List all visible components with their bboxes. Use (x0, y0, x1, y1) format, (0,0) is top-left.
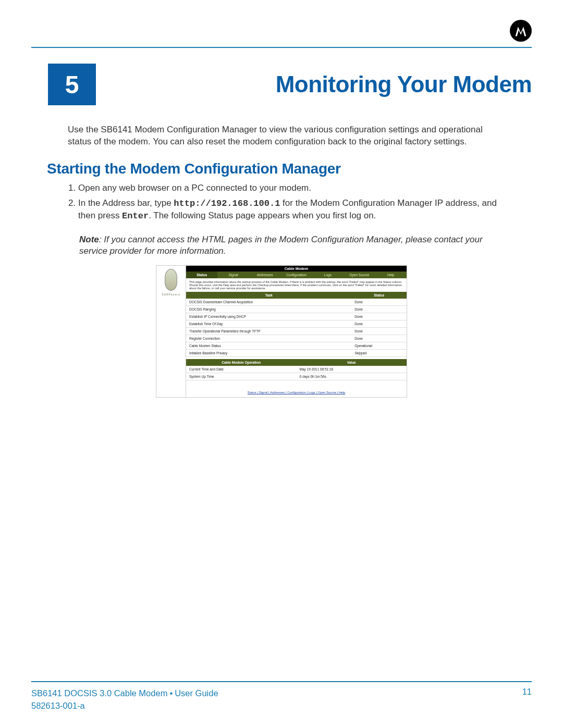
tab-help: Help (375, 272, 407, 278)
bottom-divider (31, 681, 532, 682)
op-table: Cable Modem OperationValue Current Time … (186, 359, 407, 388)
cm-info-text: This page provides information about the… (186, 278, 407, 292)
chapter-number: 5 (48, 64, 96, 105)
tab-open-source: Open Source (344, 272, 375, 278)
steps-list: Open any web browser on a PC connected t… (78, 182, 506, 223)
tab-signal: Signal (217, 272, 249, 278)
footer-page-number: 11 (522, 687, 532, 697)
chapter-title: Monitoring Your Modem (111, 71, 532, 97)
tab-status: Status (186, 272, 217, 278)
table-row: Establish IP Connectivity using DHCPDone (186, 313, 407, 320)
table-row: Initialize Baseline PrivacySkipped (186, 350, 407, 357)
th-operation: Cable Modem Operation (186, 359, 297, 366)
table-row: Transfer Operational Parameters through … (186, 328, 407, 335)
table-row: Establish Time Of DayDone (186, 320, 407, 328)
chapter-header: 5 Monitoring Your Modem (31, 64, 532, 105)
footer-doc-num: 582613-001-a (31, 701, 85, 710)
cm-tabs: Status Signal Addresses Configuration Lo… (186, 272, 407, 278)
top-divider (31, 47, 532, 48)
section-heading: Starting the Modem Configuration Manager (47, 161, 532, 177)
motorola-logo-icon (510, 20, 532, 42)
footer: SB6141 DOCSIS 3.0 Cable Modem•User Guide… (31, 687, 532, 713)
step-1: Open any web browser on a PC connected t… (78, 182, 506, 194)
table-row: DOCSIS Downstream Channel AcquisitionDon… (186, 299, 407, 306)
surfboard-icon (165, 269, 177, 291)
th-value: Value (297, 359, 407, 366)
table-row: Current Time and DateMay 19 2011 09:51:1… (186, 366, 407, 373)
note-label: Note (79, 235, 99, 244)
cm-bottom-links: Status | Signal | Addresses | Configurat… (186, 388, 407, 397)
tab-configuration: Configuration (280, 272, 312, 278)
modem-status-screenshot: SURFboard Cable Modem Status Signal Addr… (156, 265, 407, 398)
table-row: System Up Time0 days 0h:1m:56s (186, 373, 407, 380)
th-task: Task (186, 292, 351, 299)
step-2: In the Address bar, type http://192.168.… (78, 198, 506, 223)
table-row: Register ConnectionDone (186, 335, 407, 342)
cm-title: Cable Modem (186, 266, 407, 272)
footer-section: User Guide (175, 688, 218, 698)
tab-addresses: Addresses (249, 272, 280, 278)
note-text: Note: If you cannot access the HTML page… (79, 234, 496, 257)
surfboard-label: SURFboard (156, 293, 186, 296)
footer-doc-title: SB6141 DOCSIS 3.0 Cable Modem (31, 688, 167, 698)
table-row: Cable Modem StatusOperational (186, 342, 407, 350)
th-status: Status (351, 292, 407, 299)
intro-text: Use the SB6141 Modem Configuration Manag… (68, 124, 500, 148)
enter-key: Enter (122, 211, 149, 221)
config-url: http://192.168.100.1 (174, 199, 280, 208)
task-table: TaskStatus DOCSIS Downstream Channel Acq… (186, 292, 407, 357)
tab-logs: Logs (312, 272, 344, 278)
table-row: DOCSIS RangingDone (186, 306, 407, 313)
